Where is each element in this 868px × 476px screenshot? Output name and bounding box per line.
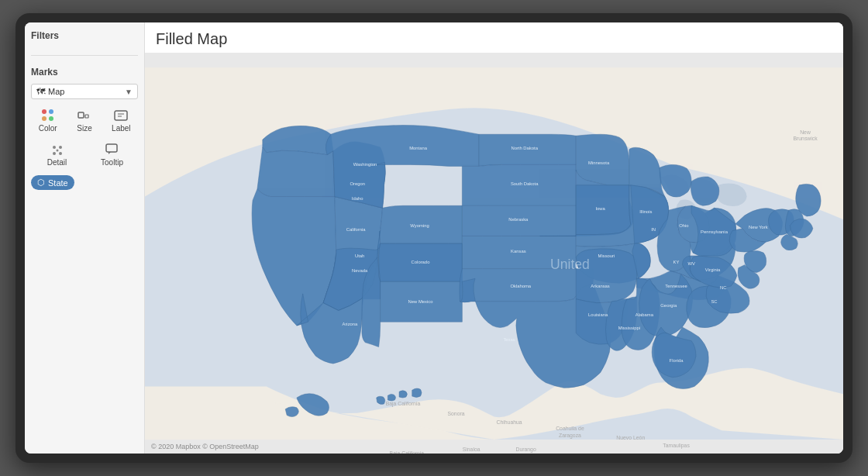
marks-grid-top: Color Size	[31, 105, 138, 135]
marks-grid-bottom: Detail Tooltip	[31, 140, 138, 169]
map-attribution: © 2020 Mapbox © OpenStreetMap	[151, 443, 259, 450]
state-pill[interactable]: ⬡ State	[31, 175, 74, 190]
svg-point-8	[59, 152, 62, 155]
chevron-down-icon: ▼	[125, 88, 133, 96]
map-title: Filled Map	[145, 22, 843, 53]
map-area: Filled Map	[145, 22, 843, 454]
tooltip-mark[interactable]: Tooltip	[86, 140, 138, 169]
svg-point-7	[53, 152, 56, 155]
color-icon	[40, 108, 57, 123]
network-icon: ⬡	[37, 178, 45, 188]
svg-text:Tamaulipas: Tamaulipas	[663, 443, 690, 449]
svg-rect-0	[78, 112, 84, 118]
size-icon	[76, 108, 93, 123]
svg-text:United: United	[550, 257, 590, 272]
divider-1	[31, 55, 138, 56]
filters-label: Filters	[31, 30, 138, 41]
svg-text:Sinaloa: Sinaloa	[463, 447, 480, 452]
label-icon	[112, 108, 129, 123]
detail-mark[interactable]: Detail	[31, 140, 83, 169]
svg-rect-10	[106, 144, 117, 152]
map-svg: Washington Oregon California Nevada Idah…	[145, 53, 843, 454]
left-panel: Filters Marks 🗺 Map ▼	[25, 22, 145, 454]
svg-marker-11	[108, 152, 111, 154]
label-mark[interactable]: Label	[105, 105, 138, 135]
svg-point-6	[59, 146, 62, 149]
map-canvas[interactable]: Washington Oregon California Nevada Idah…	[145, 53, 843, 454]
app-container: Filters Marks 🗺 Map ▼	[25, 22, 843, 454]
device-frame: Filters Marks 🗺 Map ▼	[16, 13, 852, 463]
marks-type-label: Map	[48, 87, 64, 96]
tooltip-icon	[104, 142, 121, 157]
svg-rect-1	[85, 115, 88, 118]
color-label: Color	[39, 124, 57, 133]
svg-point-5	[53, 146, 56, 149]
svg-point-9	[56, 150, 58, 152]
label-label: Label	[112, 124, 130, 133]
svg-text:Durango: Durango	[515, 447, 536, 453]
marks-section: Marks 🗺 Map ▼	[31, 67, 138, 190]
svg-text:Baja California: Baja California	[390, 450, 425, 454]
svg-rect-2	[115, 111, 127, 120]
detail-icon	[49, 142, 66, 157]
tooltip-label: Tooltip	[101, 158, 123, 167]
marks-type-dropdown[interactable]: 🗺 Map ▼	[31, 84, 138, 99]
size-mark[interactable]: Size	[67, 105, 101, 135]
marks-label: Marks	[31, 67, 138, 78]
map-icon: 🗺	[36, 87, 45, 96]
detail-label: Detail	[47, 158, 67, 167]
state-pill-label: State	[48, 178, 68, 188]
size-label: Size	[77, 124, 91, 133]
color-mark[interactable]: Color	[31, 105, 64, 135]
